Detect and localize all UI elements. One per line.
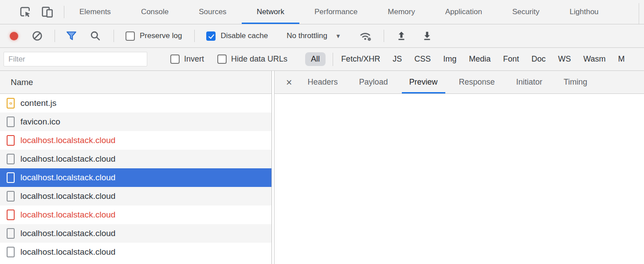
- filter-type-img[interactable]: Img: [443, 54, 456, 64]
- request-name: content.js: [20, 98, 56, 108]
- filter-type-media[interactable]: Media: [469, 54, 491, 64]
- disable-cache-checkbox[interactable]: [206, 31, 216, 41]
- json-root-line[interactable]: ▼{ChallengeName: "PASSWORD_VERIFIER",…}: [275, 98, 644, 112]
- script-file-icon: [7, 98, 15, 109]
- filter-type-manifest[interactable]: M: [618, 54, 625, 64]
- request-name: localhost.localstack.cloud: [20, 191, 115, 201]
- throttling-select[interactable]: No throttling: [287, 31, 327, 40]
- request-name: localhost.localstack.cloud: [20, 247, 115, 257]
- tab-console[interactable]: Console: [126, 0, 184, 24]
- inspect-element-icon[interactable]: [18, 4, 33, 19]
- devtools-window: Elements Console Sources Network Perform…: [0, 0, 644, 264]
- document-file-icon: [7, 154, 15, 164]
- request-name: localhost.localstack.cloud: [20, 154, 115, 164]
- toolbar-separator: [114, 30, 114, 42]
- tab-memory[interactable]: Memory: [373, 0, 430, 24]
- table-row[interactable]: localhost.localstack.cloud: [0, 206, 271, 224]
- tab-application[interactable]: Application: [430, 0, 497, 24]
- tab-headers[interactable]: Headers: [300, 71, 345, 94]
- tab-sources[interactable]: Sources: [184, 0, 241, 24]
- filter-input[interactable]: [4, 52, 147, 66]
- filter-type-font[interactable]: Font: [503, 54, 519, 64]
- chevron-down-icon[interactable]: ▼: [335, 33, 341, 39]
- filter-type-js[interactable]: JS: [393, 54, 402, 64]
- filter-bar: Invert Hide data URLs All Fetch/XHR JS C…: [0, 48, 644, 71]
- preserve-log-checkbox[interactable]: [126, 31, 135, 41]
- preserve-log-label[interactable]: Preserve log: [140, 31, 182, 40]
- tab-performance[interactable]: Performance: [299, 0, 373, 24]
- request-name: localhost.localstack.cloud: [20, 210, 115, 220]
- device-toolbar-icon[interactable]: [40, 4, 55, 19]
- table-row-selected[interactable]: localhost.localstack.cloud: [0, 168, 271, 187]
- tab-initiator[interactable]: Initiator: [509, 71, 550, 94]
- document-file-icon: [7, 228, 15, 239]
- network-toolbar: Preserve log Disable cache No throttling…: [0, 24, 644, 48]
- table-row[interactable]: localhost.localstack.cloud: [0, 131, 271, 150]
- import-har-icon[interactable]: [396, 30, 407, 42]
- toolbar-separator: [194, 30, 195, 42]
- document-file-icon: [7, 210, 15, 220]
- request-name: localhost.localstack.cloud: [20, 229, 115, 238]
- panel-tabs: Elements Console Sources Network Perform…: [64, 0, 614, 24]
- tab-preview[interactable]: Preview: [402, 71, 445, 94]
- record-button[interactable]: [10, 32, 18, 40]
- json-property-line[interactable]: USER_ID_FOR_SRP: "test@example.com": [275, 182, 644, 196]
- document-file-icon: [7, 247, 15, 257]
- filter-type-fetch-xhr[interactable]: Fetch/XHR: [341, 54, 380, 64]
- hide-data-urls-checkbox[interactable]: [217, 54, 227, 64]
- request-name: favicon.ico: [20, 117, 60, 127]
- json-property-line[interactable]: SRP_B: "d001745fc62af15eb9a12de937fafac2…: [275, 168, 644, 182]
- filter-separator: [333, 53, 333, 66]
- detail-tabbar: × Headers Payload Preview Response Initi…: [275, 71, 644, 94]
- document-file-icon: [7, 135, 15, 146]
- table-row[interactable]: favicon.ico: [0, 113, 271, 131]
- filter-type-all[interactable]: All: [305, 52, 326, 66]
- filter-type-ws[interactable]: WS: [558, 54, 571, 64]
- toolbar-separator: [384, 30, 384, 42]
- export-har-icon[interactable]: [421, 30, 433, 42]
- tab-elements[interactable]: Elements: [64, 0, 126, 24]
- filter-icon[interactable]: [66, 30, 77, 42]
- filter-type-css[interactable]: CSS: [414, 54, 431, 64]
- close-icon[interactable]: ×: [281, 71, 297, 94]
- tab-lighthouse[interactable]: Lighthou: [554, 0, 613, 24]
- detail-tabs: Headers Payload Preview Response Initiat…: [300, 71, 595, 94]
- json-property-line[interactable]: ChallengeName: "PASSWORD_VERIFIER": [275, 112, 644, 126]
- disable-cache-label[interactable]: Disable cache: [220, 31, 268, 40]
- tabbar-icons: [0, 4, 64, 19]
- json-property-line[interactable]: SECRET_BLOCK: "ZWQ5ZGFkMWE=": [275, 154, 644, 168]
- table-row[interactable]: localhost.localstack.cloud: [0, 150, 271, 168]
- name-column-header[interactable]: Name: [0, 71, 271, 94]
- document-file-icon: [7, 116, 15, 127]
- json-property-line[interactable]: SALT: "89b54330": [275, 140, 644, 154]
- document-file-icon: [7, 191, 15, 202]
- tab-response[interactable]: Response: [452, 71, 503, 94]
- toolbar-separator: [55, 30, 55, 42]
- tab-payload[interactable]: Payload: [351, 71, 395, 94]
- document-file-icon: [7, 172, 15, 183]
- invert-label[interactable]: Invert: [184, 54, 204, 64]
- filter-type-doc[interactable]: Doc: [531, 54, 546, 64]
- filter-type-wasm[interactable]: Wasm: [583, 54, 605, 64]
- hide-data-urls-label[interactable]: Hide data URLs: [231, 54, 287, 64]
- clear-requests-icon[interactable]: [31, 30, 43, 42]
- tab-network[interactable]: Network: [242, 0, 299, 24]
- request-list-panel: Name content.js favicon.ico localhost.lo…: [0, 71, 272, 264]
- request-name: localhost.localstack.cloud: [20, 173, 115, 182]
- main-tabbar: Elements Console Sources Network Perform…: [0, 0, 644, 24]
- table-row[interactable]: content.js: [0, 94, 271, 113]
- request-detail-panel: × Headers Payload Preview Response Initi…: [274, 71, 644, 264]
- table-row[interactable]: localhost.localstack.cloud: [0, 224, 271, 243]
- tab-security[interactable]: Security: [497, 0, 554, 24]
- tab-timing[interactable]: Timing: [556, 71, 595, 94]
- invert-checkbox[interactable]: [170, 54, 180, 64]
- table-row[interactable]: localhost.localstack.cloud: [0, 187, 271, 206]
- network-main: Name content.js favicon.ico localhost.lo…: [0, 71, 644, 264]
- search-icon[interactable]: [90, 30, 101, 42]
- request-name: localhost.localstack.cloud: [20, 136, 115, 145]
- table-row[interactable]: localhost.localstack.cloud: [0, 243, 271, 261]
- json-property-line[interactable]: ▼ChallengeParameters: {USER_ID_FOR_SRP: …: [275, 126, 644, 140]
- preview-json-tree: ▼{ChallengeName: "PASSWORD_VERIFIER",…} …: [275, 94, 644, 264]
- network-conditions-icon[interactable]: [359, 30, 372, 42]
- request-rows: content.js favicon.ico localhost.localst…: [0, 94, 271, 264]
